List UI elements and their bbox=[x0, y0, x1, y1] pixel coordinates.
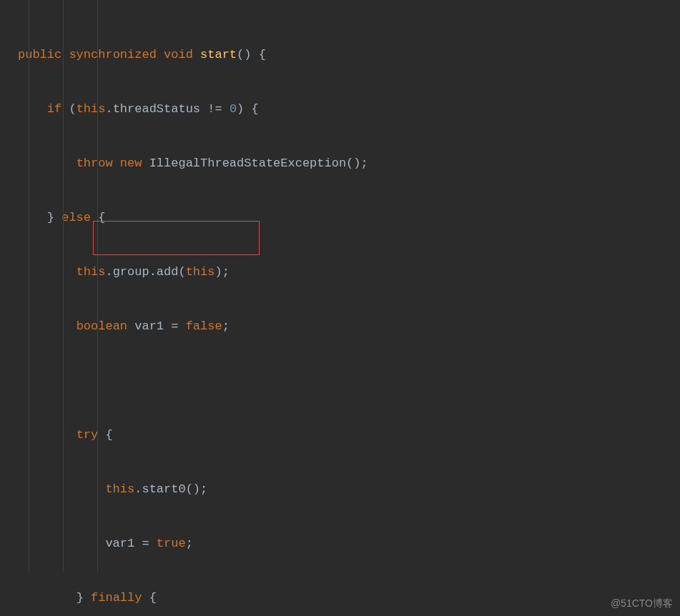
code-line: var1 = true; bbox=[18, 530, 680, 557]
keyword: this bbox=[105, 482, 134, 496]
keyword: this bbox=[77, 265, 106, 279]
class-name: IllegalThreadStateException() bbox=[149, 157, 361, 170]
keyword: boolean bbox=[77, 319, 127, 333]
method-name: start bbox=[200, 48, 237, 61]
identifier: var1 = bbox=[134, 319, 185, 333]
code-line: this.group.add(this); bbox=[18, 259, 680, 286]
keyword: try bbox=[77, 428, 99, 442]
code-line: this.start0(); bbox=[18, 476, 680, 503]
keyword: false bbox=[186, 319, 222, 333]
number: 0 bbox=[230, 102, 237, 116]
punct: () { bbox=[237, 48, 266, 61]
indent-guide bbox=[29, 0, 29, 572]
code-line: try { bbox=[18, 422, 680, 449]
code-line: } finally { bbox=[18, 585, 680, 612]
code-line: } else { bbox=[18, 204, 680, 232]
code-editor[interactable]: public synchronized void start() { if (t… bbox=[0, 0, 680, 616]
keyword: true bbox=[157, 537, 186, 550]
keyword: finally bbox=[91, 591, 142, 605]
code-line: throw new IllegalThreadStateException(); bbox=[18, 150, 680, 177]
code-line bbox=[18, 367, 680, 394]
code-line: boolean var1 = false; bbox=[18, 313, 680, 340]
watermark-text: @51CTO博客 bbox=[611, 597, 673, 610]
identifier: group bbox=[113, 265, 149, 279]
keyword: public bbox=[18, 48, 61, 61]
method-call: add( bbox=[157, 265, 186, 279]
keyword: new bbox=[120, 157, 142, 170]
keyword: else bbox=[61, 211, 91, 224]
code-line: public synchronized void start() { bbox=[18, 41, 680, 69]
keyword: this bbox=[186, 265, 215, 279]
keyword: void bbox=[164, 48, 193, 61]
code-line: if (this.threadStatus != 0) { bbox=[18, 96, 680, 123]
keyword: if bbox=[47, 102, 61, 116]
keyword: this bbox=[77, 102, 106, 116]
keyword: synchronized bbox=[69, 48, 156, 61]
identifier: var1 = bbox=[105, 537, 156, 550]
indent-guide bbox=[97, 0, 98, 572]
keyword: throw bbox=[77, 157, 113, 170]
identifier: threadStatus != bbox=[113, 102, 230, 116]
indent-guide bbox=[63, 0, 64, 572]
method-call: start0() bbox=[142, 482, 200, 496]
